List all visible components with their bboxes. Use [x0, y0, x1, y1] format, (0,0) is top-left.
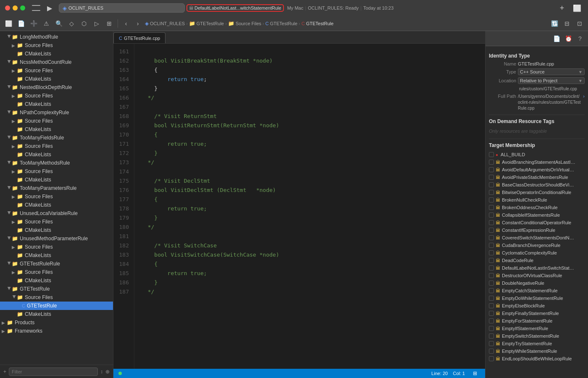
cb-11[interactable]	[489, 235, 494, 240]
forward-button[interactable]: ›	[133, 19, 142, 28]
cb-7[interactable]	[489, 205, 494, 210]
target-item-13[interactable]: 🏛 CyclomaticComplexityRule	[489, 249, 585, 257]
tree-item-unusedlocal[interactable]: ▶ 📁 UnusedLocalVariableRule	[0, 209, 113, 218]
tree-item-cmake-11[interactable]: ▶ 📁 CMakeLists	[0, 310, 113, 318]
cb-15[interactable]	[489, 265, 494, 270]
tree-item-gtetestrule-cpp[interactable]: ▶ C GTETestRule	[0, 302, 113, 310]
target-item-3[interactable]: 🏛 AvoidPrivateStaticMembersRule	[489, 173, 585, 181]
cb-14[interactable]	[489, 258, 494, 263]
checkbox-allbuild[interactable]	[489, 152, 494, 157]
tree-item-toomanyfields[interactable]: ▶ 📁 TooManyFieldsRule	[0, 134, 113, 142]
target-item-allbuild[interactable]: ● ALL_BUILD	[489, 151, 585, 158]
run-scheme-btn[interactable]: ▷	[92, 18, 102, 29]
cb-13[interactable]	[489, 250, 494, 255]
target-item-18[interactable]: 🏛 EmptyCatchStatementRule	[489, 287, 585, 294]
tree-item-cmake-2[interactable]: ▶ 📁 CMakeLists	[0, 75, 113, 83]
target-item-25[interactable]: 🏛 EmptyTryStatementRule	[489, 340, 585, 347]
cb-18[interactable]	[489, 288, 494, 293]
add-tab-button[interactable]: +	[556, 3, 568, 13]
cb-9[interactable]	[489, 220, 494, 225]
tree-item-sourcefiles-1[interactable]: ▶ 📁 Source Files	[0, 41, 113, 50]
location-select[interactable]: Relative to Project ▼	[518, 77, 585, 84]
target-item-12[interactable]: 🏛 CudaBranchDivergenceRule	[489, 242, 585, 249]
sidebar-toggle-button[interactable]	[32, 5, 40, 11]
cb-24[interactable]	[489, 333, 494, 339]
inspector-btn[interactable]: 🔃	[549, 18, 559, 29]
target-item-5[interactable]: 🏛 BitwiseOperatorInConditionalRule	[489, 189, 585, 196]
add-btn[interactable]: ➕	[29, 18, 39, 29]
cb-1[interactable]	[489, 160, 494, 165]
cb-3[interactable]	[489, 175, 494, 180]
target-item-24[interactable]: 🏛 EmptySwitchStatementRule	[489, 332, 585, 340]
cb-22[interactable]	[489, 318, 494, 323]
tree-item-sourcefiles-2[interactable]: ▶ 📁 Source Files	[0, 66, 113, 75]
grid-btn[interactable]: ⊞	[104, 18, 114, 29]
target-item-16[interactable]: 🏛 DestructorOfVirtualClassRule	[489, 272, 585, 279]
target-item-10[interactable]: 🏛 ConstantIfExpressionRule	[489, 226, 585, 234]
cb-21[interactable]	[489, 311, 494, 316]
target-item-11[interactable]: 🏛 CoveredSwitchStatementsDontNee...	[489, 234, 585, 242]
code-content[interactable]: bool VisitBreakStmt(BreakStmt *node) { r…	[134, 44, 485, 369]
target-item-2[interactable]: 🏛 AvoidDefaultArgumentsOnVirtualM...	[489, 166, 585, 173]
cb-6[interactable]	[489, 197, 494, 202]
tree-item-longmethodrule[interactable]: ▶ 📁 LongMethodRule	[0, 33, 113, 41]
toggle-sidebar-btn[interactable]: ⬜	[3, 18, 13, 29]
tree-item-sourcefiles-4[interactable]: ▶ 📁 Source Files	[0, 117, 113, 125]
target-item-14[interactable]: 🏛 DeadCodeRule	[489, 257, 585, 264]
cb-16[interactable]	[489, 273, 494, 278]
panel-toggle-button[interactable]: ⬜	[571, 3, 583, 13]
tree-item-sourcefiles-6[interactable]: ▶ 📁 Source Files	[0, 167, 113, 176]
cb-4[interactable]	[489, 182, 494, 187]
target-item-27[interactable]: 🏛 EndLoopShouldBeWhileLoopRule	[489, 355, 585, 362]
tree-item-sourcefiles-8[interactable]: ▶ 📁 Source Files	[0, 218, 113, 226]
layout-btn[interactable]: ⊟	[562, 18, 572, 29]
add-filter-button[interactable]: +	[3, 369, 6, 375]
search-btn[interactable]: 🔍	[54, 18, 64, 29]
back-button[interactable]: ‹	[121, 19, 131, 28]
rp-question-btn[interactable]: ?	[575, 34, 585, 43]
target-item-15[interactable]: 🏛 DefaultLabelNotLastInSwitchState...	[489, 264, 585, 272]
issues-btn[interactable]: ⚠	[41, 18, 51, 29]
target-item-8[interactable]: 🏛 CollapsibleIfStatementsRule	[489, 211, 585, 219]
minimize-button[interactable]	[13, 5, 18, 10]
close-button[interactable]	[5, 5, 10, 10]
tree-item-sourcefiles-11[interactable]: ▶ 📁 Source Files	[0, 293, 113, 302]
tree-item-toomanymethods[interactable]: ▶ 📁 TooManyMethodsRule	[0, 159, 113, 167]
tree-item-sourcefiles-7[interactable]: ▶ 📁 Source Files	[0, 192, 113, 201]
tree-item-nestedblock[interactable]: ▶ 📁 NestedBlockDepthRule	[0, 83, 113, 92]
tree-item-cmake-10[interactable]: ▶ 📁 CMakeLists	[0, 276, 113, 285]
cb-2[interactable]	[489, 167, 494, 172]
cb-12[interactable]	[489, 243, 494, 248]
cb-19[interactable]	[489, 296, 494, 301]
editor-tab-gtetestrule[interactable]: C GTETestRule.cpp	[113, 32, 165, 43]
target-item-26[interactable]: 🏛 EmptyWhileStatementRule	[489, 347, 585, 355]
tree-item-gtetestrule[interactable]: ▶ 📁 GTETestRule	[0, 285, 113, 293]
cb-5[interactable]	[489, 190, 494, 195]
cb-8[interactable]	[489, 213, 494, 218]
diamond-btn[interactable]: ◇	[66, 18, 76, 29]
editor-settings-btn[interactable]: ⊞	[470, 368, 480, 378]
tree-item-cmake-1[interactable]: ▶ 📁 CMakeLists	[0, 50, 113, 58]
panel-right-btn[interactable]: ⊡	[575, 18, 585, 29]
tree-item-sourcefiles-9[interactable]: ▶ 📁 Source Files	[0, 243, 113, 251]
cb-25[interactable]	[489, 341, 494, 346]
tree-item-sourcefiles-10[interactable]: ▶ 📁 Source Files	[0, 268, 113, 276]
run-button[interactable]: ▶	[44, 3, 55, 13]
rp-file-btn[interactable]: 📄	[552, 34, 561, 43]
tree-item-npath[interactable]: ▶ 📁 NPathComplexityRule	[0, 108, 113, 117]
new-file-btn[interactable]: 📄	[16, 18, 26, 29]
target-item-9[interactable]: 🏛 ConstantConditionalOperatorRule	[489, 219, 585, 226]
tree-item-frameworks[interactable]: ▶ 📁 Frameworks	[0, 327, 113, 335]
tree-item-cmake-8[interactable]: ▶ 📁 CMakeLists	[0, 226, 113, 234]
maximize-button[interactable]	[20, 5, 25, 10]
tree-item-products[interactable]: ▶ 📁 Products	[0, 318, 113, 327]
target-item-17[interactable]: 🏛 DoubleNegativeRule	[489, 279, 585, 287]
code-area[interactable]: 161 162 163 164 165 166 167 168 169 170 …	[113, 44, 485, 369]
target-item-4[interactable]: 🏛 BaseClassDestructorShouldBeVirtu...	[489, 181, 585, 189]
target-item-19[interactable]: 🏛 EmptyDoWhileStatementRule	[489, 294, 585, 302]
tree-item-cmake-9[interactable]: ▶ 📁 CMakeLists	[0, 251, 113, 260]
target-item-22[interactable]: 🏛 EmptyForStatementRule	[489, 317, 585, 325]
target-item-6[interactable]: 🏛 BrokenNullCheckRule	[489, 196, 585, 204]
target-item-7[interactable]: 🏛 BrokenOddnessCheckRule	[489, 204, 585, 211]
cb-20[interactable]	[489, 303, 494, 308]
